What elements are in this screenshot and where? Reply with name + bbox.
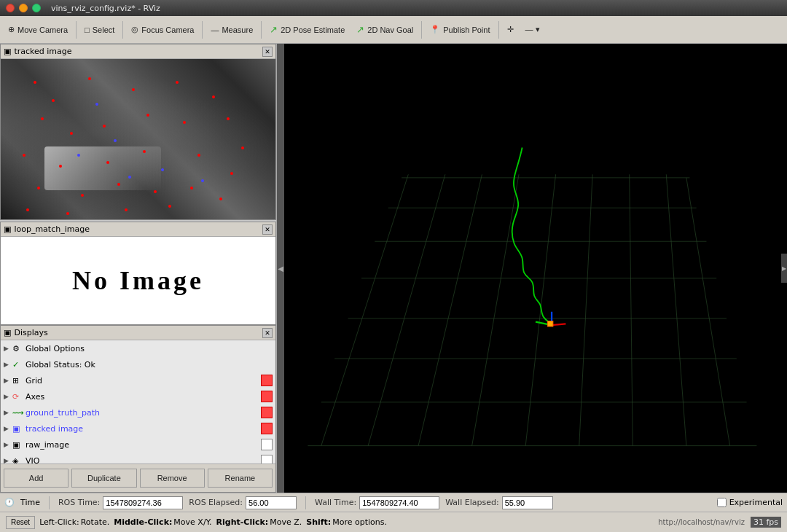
displays-list: ▶ ⚙ Global Options ▶ ✓ Global Status: Ok…	[1, 340, 275, 463]
tracked-image-titlebar: ▣ tracked image ✕	[1, 44, 275, 59]
publish-point-icon: 📍	[430, 25, 440, 34]
feature-point	[154, 190, 157, 193]
ros-elapsed-input[interactable]	[246, 496, 297, 509]
grid-label: Grid	[26, 376, 261, 386]
feature-point	[52, 99, 55, 102]
toolbar-sep-3	[202, 21, 203, 39]
raw-image-checkbox[interactable]	[261, 439, 273, 450]
toolbar-sep-6	[498, 21, 499, 39]
feature-point	[212, 95, 215, 98]
vio-checkbox[interactable]	[261, 455, 273, 463]
feature-point	[146, 114, 149, 117]
axes-label: Axes	[26, 392, 261, 402]
measure-icon: —	[211, 26, 219, 34]
displays-panel: ▣ Displays ✕ ▶ ⚙ Global Options ▶ ✓ Glob…	[0, 325, 276, 493]
feature-point	[241, 146, 244, 149]
svg-line-15	[666, 174, 686, 445]
tracked-image-list-label: tracked image	[26, 424, 261, 434]
ground-truth-checkbox[interactable]	[261, 407, 273, 418]
expand-arrow-ground-truth: ▶	[4, 409, 12, 416]
publish-point-label: Publish Point	[443, 26, 490, 34]
loop-match-close[interactable]: ✕	[262, 224, 273, 235]
crosshair-button[interactable]: ✛	[502, 20, 519, 40]
expand-arrow-raw: ▶	[4, 441, 12, 448]
svg-line-10	[418, 174, 482, 445]
experimental-row: Experimental	[717, 498, 783, 507]
3d-viewport[interactable]: ▶	[284, 44, 787, 493]
viewport-handle-icon: ▶	[782, 265, 786, 272]
feature-point	[197, 154, 200, 157]
svg-line-11	[472, 174, 519, 445]
viewport-right-handle[interactable]: ▶	[781, 254, 787, 283]
toolbar-sep-4	[261, 21, 262, 39]
display-item-ground-truth[interactable]: ▶ ⟿ ground_truth_path	[1, 404, 275, 420]
wall-elapsed-group: Wall Elapsed:	[445, 496, 552, 509]
collapse-arrow-icon: ◀	[278, 265, 283, 273]
measure-button[interactable]: — Measure	[205, 20, 258, 40]
maximize-button[interactable]	[32, 4, 41, 12]
tracked-image-checkbox[interactable]	[261, 423, 273, 434]
duplicate-button[interactable]: Duplicate	[71, 469, 136, 488]
expand-arrow-global-status: ▶	[4, 361, 12, 368]
move-camera-button[interactable]: ⊕ Move Camera	[3, 20, 73, 40]
panel-collapse-handle[interactable]: ◀	[277, 44, 284, 493]
time-sep-1	[49, 496, 50, 509]
minimize-button[interactable]	[19, 4, 28, 12]
close-icon-3: ✕	[265, 329, 270, 337]
publish-point-button[interactable]: 📍 Publish Point	[425, 20, 495, 40]
add-button[interactable]: Add	[4, 469, 68, 488]
grid-checkbox[interactable]	[261, 375, 273, 386]
feature-point	[26, 208, 29, 211]
rename-button[interactable]: Rename	[208, 469, 273, 488]
display-item-global-options[interactable]: ▶ ⚙ Global Options	[1, 340, 275, 356]
display-item-axes[interactable]: ▶ ⟳ Axes	[1, 388, 275, 404]
reset-button[interactable]: Reset	[6, 516, 35, 529]
robot-marker	[548, 321, 553, 326]
raw-image-label: raw_image	[26, 440, 261, 450]
grid-lines	[308, 174, 756, 445]
right-click-label: Right-Click:	[216, 517, 269, 527]
wall-time-input[interactable]	[359, 496, 439, 509]
pose-2d-button[interactable]: ↗ 2D Pose Estimate	[265, 20, 350, 40]
loop-match-content: No Image	[1, 237, 275, 324]
select-icon: □	[85, 26, 90, 34]
svg-line-16	[686, 178, 730, 446]
loop-match-title: loop_match_image	[14, 224, 90, 234]
vio-label: VIO	[26, 456, 261, 464]
displays-button-row: Add Duplicate Remove Rename	[1, 463, 275, 492]
toolbar: ⊕ Move Camera □ Select ◎ Focus Camera — …	[0, 16, 787, 44]
feature-point	[59, 165, 62, 168]
wall-elapsed-input[interactable]	[502, 496, 553, 509]
expand-arrow-vio: ▶	[4, 457, 12, 463]
feature-point	[77, 154, 80, 157]
experimental-checkbox[interactable]	[717, 498, 727, 507]
display-item-raw-image[interactable]: ▶ ▣ raw_image	[1, 437, 275, 453]
remove-button[interactable]: Remove	[140, 469, 205, 488]
display-item-vio[interactable]: ▶ ◈ VIO	[1, 453, 275, 463]
display-item-global-status[interactable]: ▶ ✓ Global Status: Ok	[1, 356, 275, 372]
axes-checkbox[interactable]	[261, 391, 273, 402]
viewport-svg	[284, 44, 787, 493]
focus-camera-button[interactable]: ◎ Focus Camera	[126, 20, 199, 40]
feature-point	[219, 197, 222, 200]
select-button[interactable]: □ Select	[79, 20, 120, 40]
move-camera-icon: ⊕	[8, 25, 15, 34]
tracked-image-close[interactable]: ✕	[262, 47, 273, 57]
focus-camera-icon: ◎	[131, 25, 138, 34]
feature-point	[41, 117, 44, 120]
ros-time-input[interactable]	[103, 496, 183, 509]
displays-close[interactable]: ✕	[262, 328, 273, 338]
close-icon: ✕	[265, 48, 270, 55]
display-item-tracked-image[interactable]: ▶ ▣ tracked image	[1, 420, 275, 437]
display-item-grid[interactable]: ▶ ⊞ Grid	[1, 372, 275, 388]
status-url: http://localhost/nav/rviz	[658, 518, 745, 526]
feature-point	[161, 168, 164, 171]
dropdown-button[interactable]: — ▾	[520, 20, 545, 40]
close-button[interactable]	[6, 4, 15, 12]
nav-2d-button[interactable]: ↗ 2D Nav Goal	[351, 20, 418, 40]
experimental-label: Experimental	[729, 498, 783, 507]
fabric-background	[1, 59, 275, 219]
grid-icon: ⊞	[12, 376, 24, 386]
middle-click-label: Middle-Click:	[114, 517, 172, 527]
vio-icon: ◈	[12, 456, 24, 464]
